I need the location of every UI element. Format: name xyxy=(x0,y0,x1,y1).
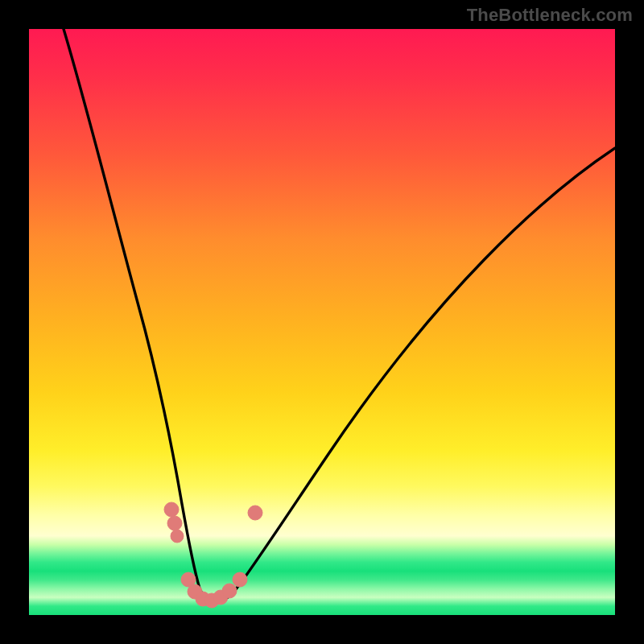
watermark-text: TheBottleneck.com xyxy=(467,5,633,26)
plot-area xyxy=(29,29,615,615)
svg-point-1 xyxy=(167,516,182,530)
svg-point-0 xyxy=(164,502,179,517)
curves-layer xyxy=(29,29,615,615)
svg-point-10 xyxy=(248,506,262,520)
highlight-dots xyxy=(164,502,262,608)
svg-point-8 xyxy=(222,584,237,598)
chart-frame: TheBottleneck.com xyxy=(0,0,644,644)
main-curve xyxy=(64,29,615,602)
svg-point-9 xyxy=(233,572,247,587)
svg-point-2 xyxy=(171,530,184,543)
